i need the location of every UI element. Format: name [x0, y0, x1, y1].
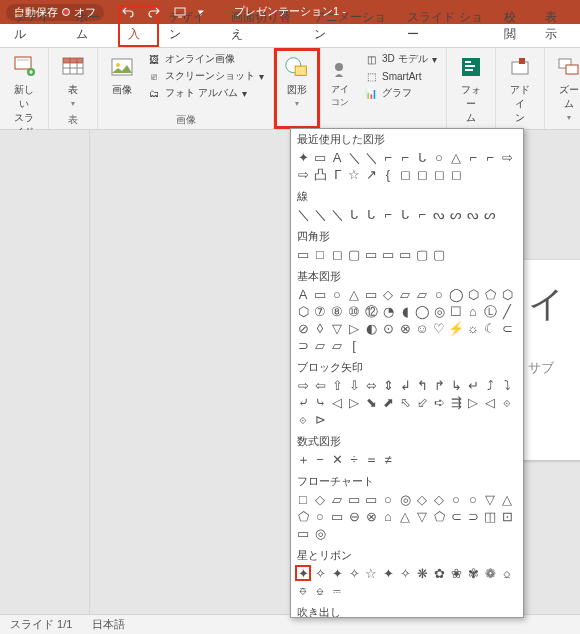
shape-item[interactable]: ✾ [465, 565, 481, 581]
shape-item[interactable]: ⟐ [295, 411, 311, 427]
shape-item[interactable]: ▭ [295, 525, 311, 541]
shape-item[interactable]: ▷ [346, 394, 362, 410]
shape-item[interactable]: ⬈ [380, 394, 396, 410]
shape-item[interactable]: ◻ [329, 246, 345, 262]
shape-item[interactable]: ✧ [397, 565, 413, 581]
shape-item[interactable]: ☐ [448, 303, 464, 319]
shape-item[interactable]: ◇ [431, 491, 447, 507]
shape-item[interactable]: ⬠ [431, 508, 447, 524]
shape-item[interactable]: ᔕ [482, 206, 498, 222]
shape-item[interactable]: ◎ [431, 303, 447, 319]
shape-item[interactable]: ᒐ [414, 149, 430, 165]
shape-item[interactable]: ▭ [329, 508, 345, 524]
shape-item[interactable]: ◁ [482, 394, 498, 410]
start-slideshow-icon[interactable] [172, 4, 188, 20]
shape-item[interactable]: ᒐ [397, 206, 413, 222]
shape-item[interactable]: ◻ [448, 166, 464, 182]
shape-item[interactable]: ◇ [380, 286, 396, 302]
shapes-button[interactable]: 図形 ▾ [277, 51, 317, 110]
shape-item[interactable]: ⊗ [397, 320, 413, 336]
shape-item[interactable]: { [380, 166, 396, 182]
shape-item[interactable]: ◻ [431, 166, 447, 182]
shape-item[interactable]: ◇ [414, 491, 430, 507]
shape-item[interactable]: ⤷ [312, 394, 328, 410]
shape-item[interactable]: ⊂ [448, 508, 464, 524]
shape-item[interactable]: ⇶ [448, 394, 464, 410]
shape-item[interactable]: ◖ [397, 303, 413, 319]
shape-item[interactable]: ▱ [414, 286, 430, 302]
shape-item[interactable]: A [329, 149, 345, 165]
shape-item[interactable]: ⌐ [414, 206, 430, 222]
shape-item[interactable]: ＝ [363, 451, 379, 467]
shape-item[interactable]: ☆ [346, 166, 362, 182]
shape-item[interactable]: ᒐ [363, 206, 379, 222]
shape-item[interactable]: ☺ [414, 320, 430, 336]
slide-subtitle-placeholder[interactable]: サブ [528, 359, 580, 377]
shape-item[interactable]: ⊳ [312, 411, 328, 427]
shape-item[interactable]: ⤶ [295, 394, 311, 410]
shape-item[interactable]: ⇦ [312, 377, 328, 393]
shape-item[interactable]: ⬃ [414, 394, 430, 410]
shape-item[interactable]: ✦ [380, 565, 396, 581]
shape-item[interactable]: ▭ [380, 246, 396, 262]
shape-item[interactable]: ⇨ [499, 149, 515, 165]
shape-item[interactable]: ○ [380, 491, 396, 507]
undo-icon[interactable] [120, 4, 136, 20]
shape-item[interactable]: ＼ [329, 206, 345, 222]
shape-item[interactable]: △ [346, 286, 362, 302]
shape-item[interactable]: ⇕ [380, 377, 396, 393]
shape-item[interactable]: △ [448, 149, 464, 165]
shape-item[interactable]: ᔓ [431, 206, 447, 222]
shape-item[interactable]: ⑦ [312, 303, 328, 319]
shape-item[interactable]: ▭ [363, 286, 379, 302]
shape-item[interactable]: ✧ [312, 565, 328, 581]
shape-item[interactable]: ✦ [295, 565, 311, 581]
shape-item[interactable]: ＼ [363, 149, 379, 165]
shape-item[interactable]: ▱ [312, 337, 328, 353]
shape-item[interactable]: ⌂ [465, 303, 481, 319]
shape-item[interactable]: ⑧ [329, 303, 345, 319]
shape-item[interactable]: ⎑ [295, 582, 311, 598]
shape-item[interactable]: ⎒ [312, 582, 328, 598]
shape-item[interactable]: □ [295, 491, 311, 507]
shape-item[interactable]: ○ [329, 286, 345, 302]
shape-item[interactable]: ⊘ [295, 320, 311, 336]
shape-item[interactable]: ▭ [312, 286, 328, 302]
screenshot-button[interactable]: ⎚スクリーンショット ▾ [144, 68, 267, 84]
shape-item[interactable]: ＼ [346, 149, 362, 165]
tab-design[interactable]: デザイン [159, 5, 221, 47]
shape-item[interactable]: 凸 [312, 166, 328, 182]
shape-item[interactable]: ▭ [346, 491, 362, 507]
shape-item[interactable]: ⬡ [499, 286, 515, 302]
shape-item[interactable]: ⬠ [295, 508, 311, 524]
shape-item[interactable]: △ [499, 491, 515, 507]
shape-item[interactable]: ⚡ [448, 320, 464, 336]
shape-item[interactable]: ⎐ [499, 565, 515, 581]
shape-item[interactable]: ⌂ [380, 508, 396, 524]
shape-item[interactable]: ⌐ [397, 149, 413, 165]
shape-item[interactable]: ⊂ [499, 320, 515, 336]
addins-button[interactable]: アドイ ン ▾ [502, 51, 538, 138]
shape-item[interactable]: △ [397, 508, 413, 524]
shape-item[interactable]: ◎ [397, 491, 413, 507]
shapes-gallery-popup[interactable]: 最近使用した図形✦▭A＼＼⌐⌐ᒐ○△⌐⌐⇨⇨凸ᒥ☆↗{◻◻◻◻線＼＼＼ᒐᒐ⌐ᒐ⌐… [290, 128, 524, 618]
shape-item[interactable]: Ⓛ [482, 303, 498, 319]
shape-item[interactable]: ⇩ [346, 377, 362, 393]
shape-item[interactable]: ▷ [465, 394, 481, 410]
shape-item[interactable]: ◯ [414, 303, 430, 319]
shape-item[interactable]: ⌐ [465, 149, 481, 165]
shape-item[interactable]: ○ [312, 508, 328, 524]
shape-item[interactable]: ⊃ [295, 337, 311, 353]
shape-item[interactable]: ♡ [431, 320, 447, 336]
shape-item[interactable]: ✦ [329, 565, 345, 581]
shape-item[interactable]: ↲ [397, 377, 413, 393]
forms-button[interactable]: フォー ム ▾ [453, 51, 489, 138]
shape-item[interactable]: ⬊ [363, 394, 379, 410]
shape-item[interactable]: ⌐ [380, 206, 396, 222]
shape-item[interactable]: ⊃ [465, 508, 481, 524]
shape-item[interactable]: ⊙ [380, 320, 396, 336]
shape-item[interactable]: ▱ [329, 491, 345, 507]
tab-file[interactable]: ファイル [4, 5, 66, 47]
tab-review[interactable]: 校閲 [494, 5, 535, 47]
shape-item[interactable]: ᒥ [329, 166, 345, 182]
